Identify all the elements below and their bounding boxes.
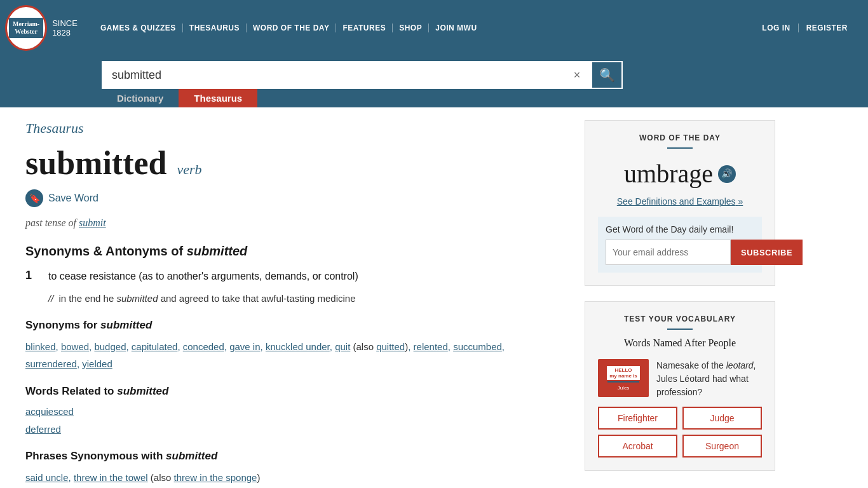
synonym-gave-in[interactable]: gave in [229,341,260,352]
since-label: SINCE 1828 [52,18,94,37]
synonym-bowed[interactable]: bowed [61,341,89,352]
tab-thesaurus[interactable]: Thesaurus [179,89,257,107]
nav-games[interactable]: GAMES & QUIZZES [94,24,183,32]
nav-features[interactable]: FEATURES [336,24,393,32]
name-line [607,381,639,383]
definition-number: 1 [25,269,38,284]
search-icon: 🔍 [599,67,615,83]
logo-line1: Merriam- [13,20,39,28]
logo-area: Merriam- Webster SINCE 1828 [5,5,94,51]
search-clear-button[interactable]: × [563,61,591,89]
word-heading: submitted verb [25,144,559,182]
page-type-label: Thesaurus [25,120,559,137]
subscribe-button[interactable]: SUBSCRIBE [731,240,803,265]
synonym-quit[interactable]: quit [335,341,350,352]
nav-join[interactable]: JOIN MWU [429,24,483,32]
synonym-blinked[interactable]: blinked [25,341,56,352]
vocab-title: Words Named After People [598,337,762,349]
search-input[interactable] [102,61,563,89]
synonym-budged[interactable]: budged [94,341,126,352]
answer-acrobat[interactable]: Acrobat [598,435,677,458]
phrase-threw-in-towel[interactable]: threw in the towel [74,472,148,483]
synonyms-label: Synonyms for submitted [25,319,559,332]
test-vocab-label: TEST YOUR VOCABULARY [598,315,762,323]
answer-judge[interactable]: Judge [682,407,762,430]
wotd-word: umbrage [624,159,713,189]
name-text: Jules [618,385,630,391]
vocab-question-row: HELLOmy name is Jules Namesake of the le… [598,359,762,399]
related-words-list: acquiesced deferred [25,404,559,437]
wotd-label: WORD OF THE DAY [598,133,762,142]
synonyms-list: blinked, bowed, budged, capitulated, con… [25,338,559,372]
nav-register[interactable]: REGISTER [799,24,855,32]
synonym-conceded[interactable]: conceded [183,341,224,352]
email-input[interactable] [606,240,731,265]
vocab-image: HELLOmy name is Jules [598,359,649,397]
main-word: submitted [25,144,166,182]
logo-line2: Webster [13,28,39,36]
phrases-also: (also [151,472,174,483]
vocabulary-section: TEST YOUR VOCABULARY Words Named After P… [585,301,775,471]
nav-shop[interactable]: SHOP [393,24,429,32]
hello-badge: HELLOmy name is [607,366,640,380]
logo[interactable]: Merriam- Webster [5,5,47,51]
related-words-heading: Words Related to submitted [25,385,559,398]
phrases-list: said uncle, threw in the towel (also thr… [25,469,559,486]
nav-word-of-day[interactable]: WORD OF THE DAY [247,24,336,32]
past-tense-prefix: past tense of [25,217,76,228]
synonym-surrendered[interactable]: surrendered [25,358,77,369]
past-tense-link[interactable]: submit [79,217,106,228]
search-form: × 🔍 [102,61,623,89]
bookmark-icon[interactable]: 🔖 [25,189,43,207]
answer-surgeon[interactable]: Surgeon [682,435,762,458]
synonym-knuckled-under[interactable]: knuckled under [266,341,330,352]
nav-login[interactable]: LOG IN [754,24,798,32]
speaker-icon: 🔊 [721,168,732,179]
see-definitions-link[interactable]: See Definitions and Examples » [598,196,762,207]
synonym-succumbed[interactable]: succumbed [453,341,502,352]
synonym-capitulated[interactable]: capitulated [132,341,178,352]
tab-dictionary[interactable]: Dictionary [102,89,179,107]
vocab-question-text: Namesake of the leotard, Jules Léotard h… [656,359,762,399]
email-label: Get Word of the Day daily email! [606,224,754,234]
save-word-label[interactable]: Save Word [48,193,98,204]
synonyms-antonyms-heading: Synonyms & Antonyms of submitted [25,244,559,259]
save-word-area: 🔖 Save Word [25,189,559,207]
answer-grid: Firefighter Judge Acrobat Surgeon [598,407,762,458]
synonym-yielded[interactable]: yielded [82,358,112,369]
past-tense: past tense of submit [25,217,559,229]
synonym-relented[interactable]: relented [414,341,448,352]
audio-button[interactable]: 🔊 [718,165,736,183]
phrase-threw-in-sponge[interactable]: threw in the sponge [173,472,257,483]
definition-block: 1 to cease resistance (as to another's a… [25,269,559,284]
related-deferred[interactable]: deferred [25,422,559,437]
answer-firefighter[interactable]: Firefighter [598,407,677,430]
phrases-heading: Phrases Synonymous with submitted [25,450,559,463]
sidebar: WORD OF THE DAY umbrage 🔊 See Definition… [585,120,775,488]
search-button[interactable]: 🔍 [591,61,623,89]
word-pos: verb [177,161,201,178]
test-divider [667,329,693,330]
content-area: Thesaurus submitted verb 🔖 Save Word pas… [25,120,559,488]
related-acquiesced[interactable]: acquiesced [25,404,559,419]
phrase-said-uncle[interactable]: said uncle [25,472,69,483]
example-sentence: // in the end he submitted and agreed to… [25,292,559,306]
email-signup: Get Word of the Day daily email! SUBSCRI… [598,217,762,273]
definition-text: to cease resistance (as to another's arg… [48,269,358,284]
wotd-word-area: umbrage 🔊 [598,159,762,189]
nav-thesaurus[interactable]: THESAURUS [183,24,247,32]
synonym-quitted[interactable]: quitted [376,341,405,352]
header: Merriam- Webster SINCE 1828 GAMES & QUIZ… [0,0,868,107]
wotd-divider [667,147,693,149]
wotd-section: WORD OF THE DAY umbrage 🔊 See Definition… [585,120,775,286]
synonym-parens: (also [353,341,376,352]
